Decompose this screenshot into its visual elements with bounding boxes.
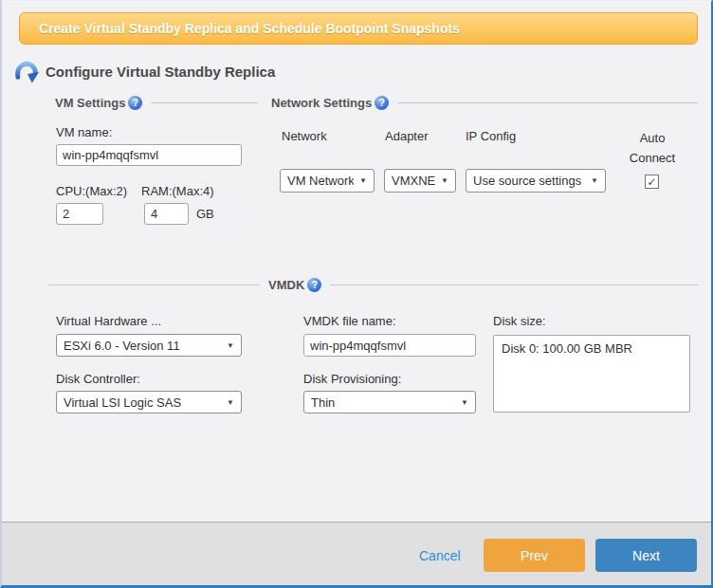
ram-label: RAM:(Max:4) [141,184,214,198]
next-button[interactable]: Next [595,539,697,572]
network-settings-help-icon[interactable]: ? [375,96,389,110]
adapter-dropdown[interactable]: VMXNET3 ▼ [384,169,456,193]
disk-controller-label: Disk Controller: [56,372,140,386]
check-icon: ✓ [647,176,656,188]
vm-settings-help-icon[interactable]: ? [128,96,142,110]
cancel-button[interactable]: Cancel [419,548,461,563]
ip-config-column-header: IP Config [466,129,516,143]
divider [330,285,699,285]
disk-size-label: Disk size: [493,314,546,328]
chevron-down-icon: ▼ [227,398,234,407]
step-heading: Configure Virtual Standby Replica [46,64,275,80]
vmdk-section-header: VMDK ? [47,278,699,292]
chevron-down-icon: ▼ [227,341,234,350]
divider [151,102,258,103]
vm-settings-title: VM Settings [55,96,125,110]
divider [397,102,698,103]
vmdk-title: VMDK [268,278,304,292]
vmdk-help-icon[interactable]: ? [307,278,321,292]
network-settings-section-header: Network Settings ? [271,96,698,110]
prev-button[interactable]: Prev [484,539,585,572]
vm-settings-section-header: VM Settings ? [55,96,258,110]
disk-provisioning-label: Disk Provisioning: [303,372,401,386]
ip-config-dropdown[interactable]: Use source settings ▼ [466,169,606,193]
wizard-title: Create Virtual Standby Replica and Sched… [39,21,460,36]
virtual-hardware-label: Virtual Hardware ... [56,314,161,328]
cpu-input[interactable] [56,203,103,225]
network-dropdown[interactable]: VM Network ▼ [280,169,375,193]
network-column-header: Network [282,129,327,143]
ram-input[interactable] [144,203,189,225]
disk-controller-dropdown[interactable]: Virtual LSI Logic SAS ▼ [56,391,242,413]
vm-name-input[interactable] [56,144,242,166]
adapter-column-header: Adapter [385,129,429,143]
replica-arrow-icon [14,59,40,84]
disk-size-list[interactable]: Disk 0: 100.00 GB MBR [493,335,690,413]
virtual-hardware-dropdown[interactable]: ESXi 6.0 - Version 11 ▼ [56,334,242,357]
auto-connect-checkbox[interactable]: ✓ [645,175,659,189]
vmdk-file-name-label: VMDK file name: [303,314,396,328]
cpu-label: CPU:(Max:2) [56,184,127,198]
disk-provisioning-dropdown[interactable]: Thin ▼ [303,391,476,413]
disk-size-item: Disk 0: 100.00 GB MBR [502,341,682,356]
chevron-down-icon: ▼ [461,398,468,407]
chevron-down-icon: ▼ [441,176,448,185]
chevron-down-icon: ▼ [359,176,367,185]
divider [47,285,260,285]
network-settings-title: Network Settings [271,96,372,110]
vmdk-file-name-input[interactable] [303,334,476,357]
chevron-down-icon: ▼ [591,176,598,185]
vm-name-label: VM name: [56,125,112,139]
wizard-title-banner: Create Virtual Standby Replica and Sched… [19,12,698,45]
auto-connect-column-header: Auto Connect [623,128,682,168]
ram-unit-label: GB [196,207,214,221]
wizard-dialog: Create Virtual Standby Replica and Sched… [0,0,713,588]
